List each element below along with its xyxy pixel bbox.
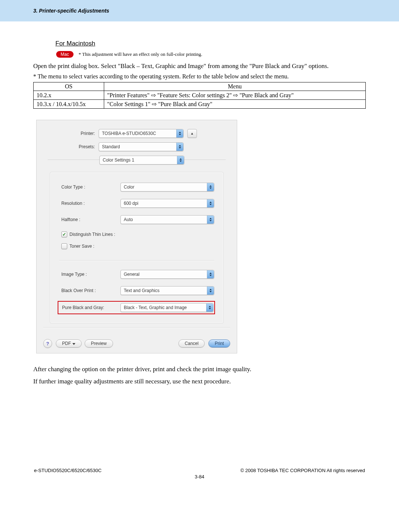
mac-note-text: * This adjustment will have an effect on… xyxy=(79,51,202,57)
preview-label: Preview xyxy=(91,341,107,346)
mac-note-row: Mac * This adjustment will have an effec… xyxy=(56,51,366,58)
footer-right: © 2008 TOSHIBA TEC CORPORATION All right… xyxy=(241,468,365,473)
group-divider xyxy=(59,260,214,261)
pure-black-select[interactable]: Black - Text, Graphic and Image xyxy=(120,303,214,312)
table-row: 10.2.x "Printer Features" ⇨ "Feature Set… xyxy=(34,91,366,100)
toner-label: Toner Save : xyxy=(69,244,94,249)
distinguish-label: Distinguish Thin Lines : xyxy=(69,232,115,237)
chevron-updown-icon xyxy=(207,183,214,191)
chevron-updown-icon xyxy=(207,199,214,207)
dialog-divider xyxy=(43,327,230,328)
cancel-button[interactable]: Cancel xyxy=(178,339,205,348)
pure-black-value: Black - Text, Graphic and Image xyxy=(124,305,206,310)
table-header-os: OS xyxy=(34,82,104,91)
note-1: * The menu to select varies according to… xyxy=(33,73,366,80)
chevron-updown-icon xyxy=(207,216,214,224)
distinguish-row[interactable]: ✓ Distinguish Thin Lines : xyxy=(59,231,214,237)
chapter-title: 3. Printer-specific Adjustments xyxy=(33,8,109,14)
dialog-button-bar: ? PDF Preview Cancel Print xyxy=(37,334,237,353)
halftone-value: Auto xyxy=(124,217,207,222)
settings-group: Color Type : Color Resolution : 600 dpi … xyxy=(50,172,224,323)
menu-table: OS Menu 10.2.x "Printer Features" ⇨ "Fea… xyxy=(33,82,366,109)
chevron-updown-icon xyxy=(206,304,213,312)
page-number: 3-84 xyxy=(33,474,366,480)
color-type-label: Color Type : xyxy=(59,184,120,190)
footer-left: e-STUDIO5520C/6520C/6530C xyxy=(34,468,102,473)
print-label: Print xyxy=(215,341,224,346)
table-row: 10.3.x / 10.4.x/10.5x "Color Settings 1"… xyxy=(34,100,366,109)
preview-button[interactable]: Preview xyxy=(85,339,113,348)
cell-os: 10.3.x / 10.4.x/10.5x xyxy=(34,100,104,109)
black-over-select[interactable]: Text and Graphics xyxy=(120,286,214,295)
distinguish-checkbox[interactable]: ✓ xyxy=(61,231,67,237)
image-type-value: General xyxy=(124,272,207,277)
footer: e-STUDIO5520C/6520C/6530C © 2008 TOSHIBA… xyxy=(33,468,366,473)
resolution-label: Resolution : xyxy=(59,201,120,206)
printer-row: Printer: TOSHIBA e-STUDIO6530C ▲ xyxy=(43,129,230,138)
presets-value: Standard xyxy=(102,144,176,149)
pane-value: Color Settings 1 xyxy=(103,157,177,163)
chevron-updown-icon xyxy=(176,129,183,138)
mac-badge: Mac xyxy=(56,51,74,58)
chevron-updown-icon xyxy=(177,156,184,164)
paragraph-1: Open the print dialog box. Select "Black… xyxy=(33,61,366,71)
print-dialog: Printer: TOSHIBA e-STUDIO6530C ▲ Presets… xyxy=(36,120,237,353)
chevron-down-icon xyxy=(72,343,75,345)
pdf-button[interactable]: PDF xyxy=(56,339,82,348)
image-type-label: Image Type : xyxy=(59,272,120,277)
resolution-value: 600 dpi xyxy=(124,201,207,206)
toner-checkbox[interactable] xyxy=(61,243,67,249)
presets-label: Presets: xyxy=(43,144,99,149)
cell-menu: "Printer Features" ⇨ "Feature Sets: Colo… xyxy=(104,91,366,100)
paragraph-2: After changing the option on the printer… xyxy=(33,365,366,374)
black-over-label: Black Over Print : xyxy=(59,288,120,293)
lock-button[interactable]: ▲ xyxy=(187,129,197,138)
toner-row[interactable]: Toner Save : xyxy=(59,243,214,249)
printer-label: Printer: xyxy=(43,131,99,136)
cancel-label: Cancel xyxy=(185,341,198,346)
table-header-menu: Menu xyxy=(104,82,366,91)
printer-select[interactable]: TOSHIBA e-STUDIO6530C xyxy=(99,129,184,138)
resolution-select[interactable]: 600 dpi xyxy=(120,199,214,208)
pane-select[interactable]: Color Settings 1 xyxy=(99,156,184,165)
pure-black-row-highlight: Pure Black and Gray: Black - Text, Graph… xyxy=(58,301,215,314)
presets-row: Presets: Standard xyxy=(43,142,230,151)
paragraph-3: If further image quality adjustments are… xyxy=(33,377,366,386)
help-icon: ? xyxy=(46,341,49,346)
cell-os: 10.2.x xyxy=(34,91,104,100)
halftone-select[interactable]: Auto xyxy=(120,215,214,224)
chapter-header: 3. Printer-specific Adjustments xyxy=(0,0,399,21)
presets-select[interactable]: Standard xyxy=(99,142,184,151)
pure-black-label: Pure Black and Gray: xyxy=(60,305,120,310)
chevron-updown-icon xyxy=(207,287,214,295)
color-type-select[interactable]: Color xyxy=(120,183,214,192)
pdf-label: PDF xyxy=(62,341,71,346)
chevron-updown-icon xyxy=(176,143,183,151)
color-type-value: Color xyxy=(124,184,207,190)
halftone-label: Halftone : xyxy=(59,217,120,222)
cell-menu: "Color Settings 1" ⇨ "Pure Black and Gra… xyxy=(104,100,366,109)
black-over-value: Text and Graphics xyxy=(124,288,207,293)
help-button[interactable]: ? xyxy=(43,339,52,348)
pane-divider: Color Settings 1 xyxy=(48,156,226,165)
section-heading: For Macintosh xyxy=(55,40,366,47)
print-button[interactable]: Print xyxy=(208,339,230,348)
lock-icon-triangle: ▲ xyxy=(191,132,194,135)
image-type-select[interactable]: General xyxy=(120,270,214,279)
printer-value: TOSHIBA e-STUDIO6530C xyxy=(102,131,176,136)
chevron-updown-icon xyxy=(207,270,214,278)
